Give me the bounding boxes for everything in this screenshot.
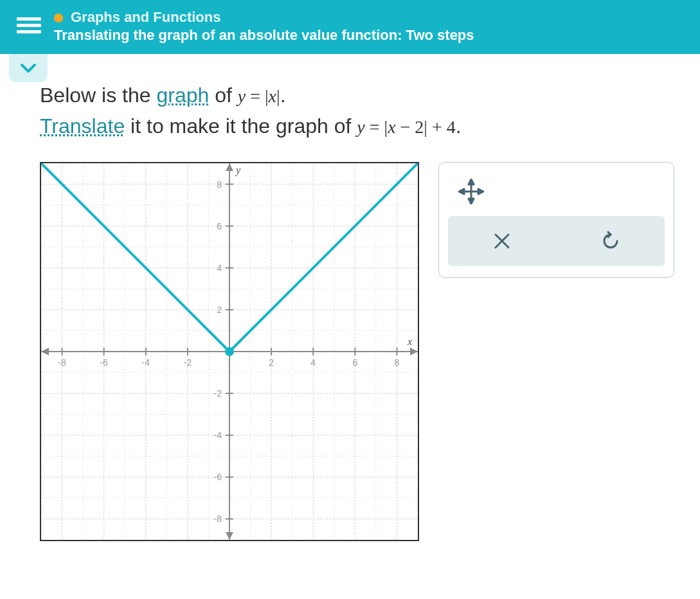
prompt-text: Below is the — [40, 84, 156, 107]
expand-tab[interactable] — [9, 54, 48, 82]
svg-text:2: 2 — [217, 305, 222, 315]
reset-button[interactable] — [585, 222, 636, 260]
svg-text:y: y — [235, 165, 241, 176]
svg-point-92 — [225, 347, 234, 356]
equation-2: y = |x − 2| + 4 — [357, 117, 455, 137]
delete-button[interactable] — [476, 222, 528, 260]
prompt-text: . — [280, 84, 286, 107]
svg-text:x: x — [407, 336, 412, 347]
svg-text:-8: -8 — [214, 514, 222, 524]
svg-text:4: 4 — [217, 263, 222, 273]
svg-text:2: 2 — [269, 357, 274, 368]
status-dot-icon — [54, 13, 63, 22]
svg-text:8: 8 — [217, 179, 222, 190]
svg-text:-4: -4 — [214, 430, 222, 440]
svg-text:6: 6 — [217, 221, 222, 231]
keyword-translate[interactable]: Translate — [40, 114, 125, 138]
tool-panel — [438, 162, 674, 278]
chevron-down-icon — [20, 62, 37, 74]
svg-text:8: 8 — [395, 357, 400, 368]
svg-text:-6: -6 — [214, 472, 222, 482]
svg-text:-6: -6 — [100, 357, 108, 368]
svg-text:-4: -4 — [142, 357, 150, 368]
svg-text:-2: -2 — [214, 388, 222, 398]
svg-marker-54 — [410, 348, 418, 355]
keyword-graph[interactable]: graph — [156, 84, 209, 107]
category-label: Graphs and Functions — [54, 9, 687, 26]
prompt-text: of — [215, 84, 238, 107]
equation-1: y = |x| — [238, 86, 280, 106]
svg-text:6: 6 — [352, 357, 357, 368]
undo-icon — [600, 231, 621, 251]
move-arrows-icon — [458, 179, 484, 204]
header: Graphs and Functions Translating the gra… — [0, 0, 700, 54]
svg-marker-57 — [226, 532, 233, 540]
move-tool[interactable] — [458, 179, 484, 207]
svg-marker-55 — [41, 348, 49, 355]
svg-text:-2: -2 — [184, 357, 192, 368]
svg-text:4: 4 — [310, 357, 316, 368]
prompt-text: . — [456, 114, 462, 138]
problem-prompt: Below is the graph of y = |x|. Translate… — [40, 80, 674, 141]
svg-marker-95 — [469, 179, 474, 184]
svg-marker-98 — [478, 189, 483, 194]
graph-canvas[interactable]: -8-6-4-22468-8-6-4-22468xy — [40, 162, 419, 541]
close-icon — [492, 231, 512, 251]
prompt-text: it to make it the graph of — [130, 114, 357, 138]
menu-icon[interactable] — [17, 14, 41, 33]
topic-title: Translating the graph of an absolute val… — [54, 27, 687, 44]
svg-marker-97 — [459, 189, 464, 194]
svg-text:-8: -8 — [58, 357, 66, 368]
svg-marker-56 — [226, 163, 233, 171]
svg-marker-96 — [469, 199, 474, 204]
category-text: Graphs and Functions — [71, 9, 220, 25]
